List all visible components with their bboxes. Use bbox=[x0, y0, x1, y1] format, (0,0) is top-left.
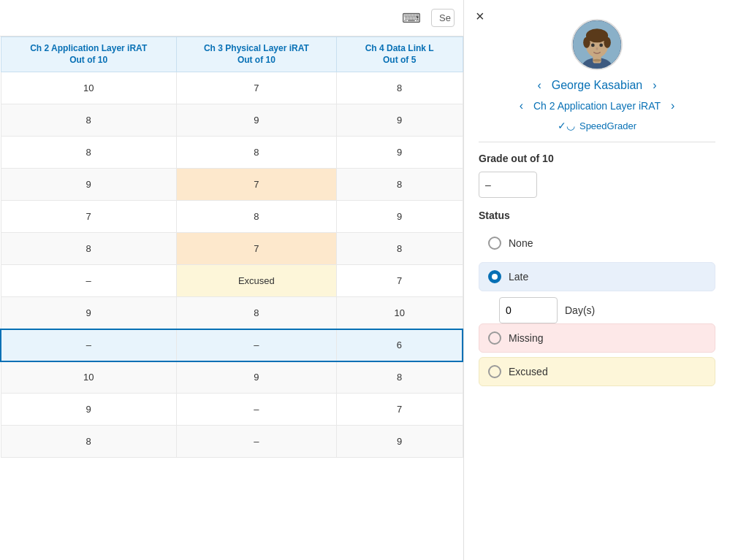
svg-point-7 bbox=[591, 44, 595, 47]
cell-col3[interactable]: 9 bbox=[336, 426, 463, 458]
table-row[interactable]: 889 bbox=[1, 137, 463, 169]
search-button[interactable]: Se bbox=[431, 9, 455, 27]
cell-col3[interactable]: 6 bbox=[336, 329, 463, 361]
cell-col3[interactable]: 8 bbox=[336, 233, 463, 265]
cell-col3[interactable]: 8 bbox=[336, 72, 463, 104]
status-section: Status None Late Day(s) Missing Excused bbox=[479, 210, 715, 386]
cell-col3[interactable]: 9 bbox=[336, 201, 463, 233]
gradebook-panel: ⌨ Se Ch 2 Application Layer iRAT Out of … bbox=[0, 0, 464, 560]
assignment-nav: ‹ Ch 2 Application Layer iRAT › bbox=[515, 98, 680, 114]
cell-col2[interactable]: – bbox=[176, 426, 336, 458]
radio-excused bbox=[488, 365, 501, 378]
grade-section: Grade out of 10 bbox=[479, 153, 715, 198]
cell-col1[interactable]: – bbox=[1, 329, 176, 361]
table-row[interactable]: 1078 bbox=[1, 72, 463, 104]
keyboard-icon-btn[interactable]: ⌨ bbox=[398, 7, 425, 29]
radio-dot-late bbox=[492, 274, 498, 280]
cell-col2[interactable]: 8 bbox=[176, 137, 336, 169]
svg-point-9 bbox=[596, 47, 598, 50]
cell-col2[interactable]: 7 bbox=[176, 169, 336, 201]
assignment-name: Ch 2 Application Layer iRAT bbox=[533, 100, 661, 112]
table-row[interactable]: 899 bbox=[1, 104, 463, 137]
table-row[interactable]: 978 bbox=[1, 169, 463, 201]
grade-input-row bbox=[479, 172, 715, 198]
status-label-missing: Missing bbox=[509, 332, 543, 344]
cell-col1[interactable]: – bbox=[1, 265, 176, 297]
student-name: George Kasabian bbox=[552, 79, 643, 92]
cell-col2[interactable]: – bbox=[176, 329, 336, 361]
gradebook-table: Ch 2 Application Layer iRAT Out of 10 Ch… bbox=[0, 37, 463, 458]
cell-col3[interactable]: 7 bbox=[336, 394, 463, 426]
cell-col3[interactable]: 10 bbox=[336, 297, 463, 329]
status-label-late: Late bbox=[509, 271, 528, 283]
svg-point-8 bbox=[599, 44, 603, 47]
cell-col3[interactable]: 9 bbox=[336, 137, 463, 169]
cell-col2[interactable]: 8 bbox=[176, 201, 336, 233]
cell-col2[interactable]: 7 bbox=[176, 233, 336, 265]
status-label-none: None bbox=[509, 237, 533, 249]
gradebook-toolbar: ⌨ Se bbox=[0, 0, 463, 37]
table-row[interactable]: 878 bbox=[1, 233, 463, 265]
prev-assignment-button[interactable]: ‹ bbox=[515, 98, 528, 114]
next-assignment-button[interactable]: › bbox=[666, 98, 679, 114]
cell-col1[interactable]: 8 bbox=[1, 137, 176, 169]
speedgrader-link[interactable]: ✓◡ SpeedGrader bbox=[558, 120, 636, 131]
cell-col1[interactable]: 8 bbox=[1, 104, 176, 137]
cell-col1[interactable]: 9 bbox=[1, 394, 176, 426]
grade-input[interactable] bbox=[479, 172, 537, 198]
svg-point-10 bbox=[593, 59, 601, 62]
cell-col1[interactable]: 9 bbox=[1, 169, 176, 201]
table-row[interactable]: –Excused7 bbox=[1, 265, 463, 297]
days-input[interactable] bbox=[499, 297, 558, 323]
speedgrader-label: SpeedGrader bbox=[579, 120, 636, 131]
cell-col1[interactable]: 10 bbox=[1, 72, 176, 104]
status-option-late[interactable]: Late bbox=[479, 262, 715, 291]
radio-missing bbox=[488, 331, 501, 345]
cell-col1[interactable]: 7 bbox=[1, 201, 176, 233]
table-row[interactable]: 1098 bbox=[1, 361, 463, 394]
table-row[interactable]: 8–9 bbox=[1, 426, 463, 458]
table-row[interactable]: ––6 bbox=[1, 329, 463, 361]
cell-col1[interactable]: 10 bbox=[1, 361, 176, 394]
status-section-label: Status bbox=[479, 210, 715, 221]
speedgrader-icon: ✓◡ bbox=[558, 120, 575, 131]
cell-col3[interactable]: 7 bbox=[336, 265, 463, 297]
svg-point-5 bbox=[583, 37, 590, 48]
cell-col2[interactable]: 9 bbox=[176, 104, 336, 137]
radio-late bbox=[488, 270, 501, 283]
svg-point-6 bbox=[604, 37, 610, 48]
cell-col1[interactable]: 9 bbox=[1, 297, 176, 329]
days-label: Day(s) bbox=[565, 304, 595, 316]
gradebook-table-wrapper: Ch 2 Application Layer iRAT Out of 10 Ch… bbox=[0, 37, 463, 560]
status-option-none[interactable]: None bbox=[479, 229, 715, 258]
cell-col2[interactable]: 7 bbox=[176, 72, 336, 104]
divider-1 bbox=[479, 142, 715, 142]
cell-col2[interactable]: Excused bbox=[176, 265, 336, 297]
cell-col2[interactable]: 8 bbox=[176, 297, 336, 329]
prev-student-button[interactable]: ‹ bbox=[533, 77, 545, 93]
days-row: Day(s) bbox=[499, 297, 715, 323]
close-button[interactable]: × bbox=[476, 9, 484, 23]
cell-col2[interactable]: 9 bbox=[176, 361, 336, 394]
detail-panel: × bbox=[464, 0, 730, 560]
avatar bbox=[571, 19, 623, 70]
table-row[interactable]: 789 bbox=[1, 201, 463, 233]
table-row[interactable]: 9–7 bbox=[1, 394, 463, 426]
cell-col1[interactable]: 8 bbox=[1, 233, 176, 265]
col-header-2[interactable]: Ch 3 Physical Layer iRAT Out of 10 bbox=[176, 37, 336, 72]
radio-none bbox=[488, 237, 501, 250]
cell-col3[interactable]: 8 bbox=[336, 361, 463, 394]
cell-col1[interactable]: 8 bbox=[1, 426, 176, 458]
student-avatar-section: ‹ George Kasabian › ‹ Ch 2 Application L… bbox=[479, 19, 715, 131]
status-option-excused[interactable]: Excused bbox=[479, 357, 715, 386]
col-header-3[interactable]: Ch 4 Data Link L Out of 5 bbox=[336, 37, 463, 72]
cell-col2[interactable]: – bbox=[176, 394, 336, 426]
status-option-missing[interactable]: Missing bbox=[479, 323, 715, 353]
next-student-button[interactable]: › bbox=[648, 77, 661, 93]
cell-col3[interactable]: 9 bbox=[336, 104, 463, 137]
status-label-excused: Excused bbox=[509, 366, 548, 377]
cell-col3[interactable]: 8 bbox=[336, 169, 463, 201]
student-nav: ‹ George Kasabian › bbox=[533, 77, 661, 93]
col-header-1[interactable]: Ch 2 Application Layer iRAT Out of 10 bbox=[1, 37, 176, 72]
table-row[interactable]: 9810 bbox=[1, 297, 463, 329]
